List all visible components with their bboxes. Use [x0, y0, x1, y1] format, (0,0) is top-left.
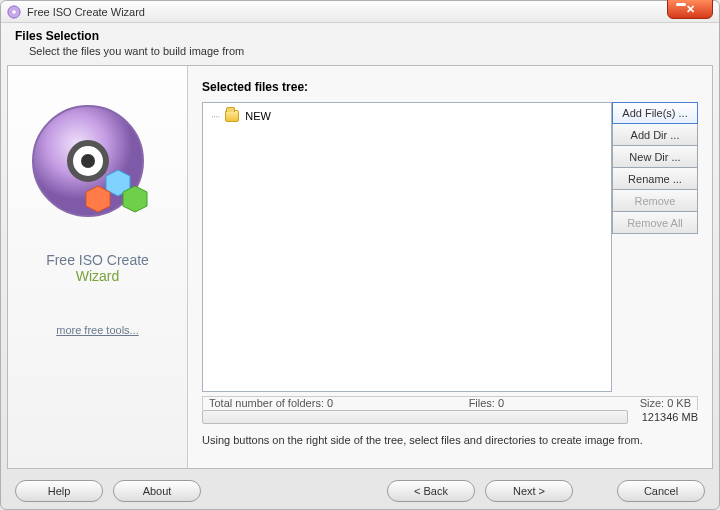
- wizard-window: Free ISO Create Wizard ✕ Files Selection…: [0, 0, 720, 510]
- tree-node-label: NEW: [245, 110, 271, 122]
- capacity-label: 121346 MB: [642, 411, 698, 423]
- window-title: Free ISO Create Wizard: [27, 6, 145, 18]
- svg-point-1: [12, 10, 16, 14]
- remove-all-button[interactable]: Remove All: [612, 212, 698, 234]
- svg-point-4: [81, 154, 95, 168]
- hint-text: Using buttons on the right side of the t…: [202, 434, 698, 446]
- step-header: Files Selection Select the files you wan…: [1, 23, 719, 65]
- next-button[interactable]: Next >: [485, 480, 573, 502]
- footer: Help About < Back Next > Cancel: [1, 473, 719, 509]
- app-title-line2: Wizard: [46, 268, 149, 284]
- help-button[interactable]: Help: [15, 480, 103, 502]
- step-heading: Files Selection: [15, 29, 705, 43]
- rename-button[interactable]: Rename ...: [612, 168, 698, 190]
- app-icon: [7, 5, 21, 19]
- new-dir-button[interactable]: New Dir ...: [612, 146, 698, 168]
- close-icon: ✕: [686, 3, 695, 16]
- add-files-button[interactable]: Add File(s) ...: [612, 102, 698, 124]
- app-logo: [28, 96, 168, 246]
- tree-label: Selected files tree:: [202, 80, 698, 94]
- app-title-line1: Free ISO Create: [46, 252, 149, 268]
- svg-marker-7: [123, 186, 147, 212]
- tree-root-node[interactable]: ···· NEW: [209, 109, 605, 123]
- folder-icon: [225, 110, 239, 122]
- more-tools-link[interactable]: more free tools...: [56, 324, 139, 336]
- cancel-button[interactable]: Cancel: [617, 480, 705, 502]
- add-dir-button[interactable]: Add Dir ...: [612, 124, 698, 146]
- about-button[interactable]: About: [113, 480, 201, 502]
- stats-bar: Total number of folders: 0 Files: 0 Size…: [202, 396, 698, 410]
- back-button[interactable]: < Back: [387, 480, 475, 502]
- main-panel: Selected files tree: ···· NEW Add File(s…: [188, 66, 712, 468]
- close-button[interactable]: ✕: [667, 0, 713, 19]
- sidebar: Free ISO Create Wizard more free tools..…: [8, 66, 188, 468]
- tree-buttons: Add File(s) ... Add Dir ... New Dir ... …: [612, 102, 698, 392]
- file-count: Files: 0: [469, 397, 504, 409]
- titlebar: Free ISO Create Wizard ✕: [1, 1, 719, 23]
- wizard-body: Free ISO Create Wizard more free tools..…: [7, 65, 713, 469]
- app-title: Free ISO Create Wizard: [46, 252, 149, 284]
- capacity-bar: [202, 410, 628, 424]
- svg-marker-6: [86, 186, 110, 212]
- tree-expand-icon: ····: [211, 110, 219, 122]
- folder-count: Total number of folders: 0: [209, 397, 333, 409]
- remove-button[interactable]: Remove: [612, 190, 698, 212]
- files-tree[interactable]: ···· NEW: [202, 102, 612, 392]
- step-subheading: Select the files you want to build image…: [15, 45, 705, 57]
- size-value: Size: 0 KB: [640, 397, 691, 409]
